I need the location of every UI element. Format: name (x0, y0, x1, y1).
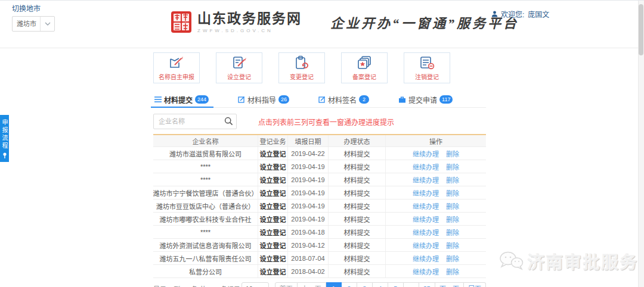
company-name[interactable]: 潍坊市滋滋贸易有限公司 (153, 147, 258, 160)
fill-date[interactable]: 2019-04-19 (288, 199, 329, 212)
delete-link[interactable]: 删除 (446, 254, 459, 263)
register-business[interactable]: 设立登记 (258, 199, 288, 212)
tab-submit-apply[interactable]: 提交申请 117 (397, 92, 455, 107)
search-icon[interactable] (224, 117, 233, 126)
delete-link[interactable]: 删除 (446, 267, 459, 276)
page-button-25[interactable]: 25 (419, 282, 435, 287)
continue-link[interactable]: 继续办理 (413, 175, 439, 185)
action-card-filing-register[interactable]: 备案登记 (341, 52, 388, 83)
last-page-button[interactable]: 尾页 (464, 282, 486, 287)
user-icon (491, 11, 498, 17)
fill-date[interactable]: 2019-04-19 (288, 186, 329, 199)
application-table: 企业名称 登记业务 填报日期 办理状态 操作 潍坊市滋滋贸易有限公司 设立登记 … (153, 134, 486, 278)
tab-bar: 材料提交 244 材料指导 26 材料签名 2 提交申请 117 (153, 92, 486, 108)
page-button-5[interactable]: 5 (388, 282, 404, 287)
fill-date[interactable]: 2019-04-19 (288, 173, 329, 186)
action-card-name-declare[interactable]: 名称自主申报 (153, 52, 200, 83)
register-business[interactable]: 设立登记 (258, 226, 288, 238)
continue-link[interactable]: 继续办理 (413, 149, 439, 158)
tab-material-sign[interactable]: 材料签名 2 (317, 92, 371, 107)
username[interactable]: 庞国文 (528, 9, 549, 19)
continue-link[interactable]: 继续办理 (413, 188, 439, 198)
continue-link[interactable]: 继续办理 (413, 254, 439, 263)
page-button-3[interactable]: 3 (357, 282, 373, 287)
page-size-select[interactable]: 10 ▼ (242, 282, 269, 287)
process-status: 材料提交 (329, 186, 386, 199)
briefcase-icon (398, 96, 406, 103)
action-card-change-register[interactable]: 变更登记 (278, 52, 325, 83)
prev-page-button[interactable]: 上一页 (298, 282, 326, 287)
company-name[interactable]: 潍坊外资测试信息咨询有限公司 (153, 239, 258, 251)
process-status: 材料提交 (329, 252, 386, 264)
delete-link[interactable]: 删除 (446, 201, 459, 211)
page-button-1[interactable]: 1 (326, 282, 342, 287)
company-name[interactable]: 潍坊五九一八私营有限责任公司 (153, 252, 258, 264)
process-status: 材料提交 (329, 265, 386, 277)
fill-date[interactable]: 2019-04-12 (288, 239, 329, 251)
fill-date[interactable]: 2018-04-02 (288, 265, 329, 277)
action-label: 名称自主申报 (159, 72, 194, 81)
fill-date[interactable]: 2019-04-18 (288, 226, 329, 238)
delete-link[interactable]: 删除 (446, 162, 459, 171)
delete-link[interactable]: 删除 (446, 227, 459, 237)
fill-date[interactable]: 2018-07-04 (288, 252, 329, 264)
tab-badge: 244 (195, 95, 209, 104)
company-name[interactable]: **** (153, 226, 258, 238)
register-business[interactable]: 设立登记 (258, 239, 288, 251)
register-business[interactable]: 设立登记 (258, 160, 288, 173)
fill-date[interactable]: 2019-04-19 (288, 213, 329, 225)
delete-link[interactable]: 删除 (446, 214, 459, 224)
company-name[interactable]: 潍坊市豆豆饭店中心（普通合伙） (153, 199, 258, 212)
register-business[interactable]: 设立登记 (258, 213, 288, 225)
fill-date[interactable]: 2019-04-19 (288, 160, 329, 173)
chevron-down-icon (40, 17, 54, 31)
page-button-4[interactable]: 4 (373, 282, 388, 287)
company-name[interactable]: 潍坊市嘟嘟农业科技专业合作社 (153, 213, 258, 225)
continue-link[interactable]: 继续办理 (413, 267, 439, 276)
filing-register-icon (357, 55, 372, 70)
action-card-cancel-register[interactable]: 注销登记 (404, 52, 450, 83)
action-card-setup-register[interactable]: 设立登记 (216, 52, 262, 83)
page-ellipsis: ... (404, 282, 419, 287)
scrollbar-thumb[interactable] (639, 4, 643, 55)
register-business[interactable]: 设立登记 (258, 186, 288, 199)
company-name[interactable]: 潍坊市宁宁餐饮管理店（普通合伙） (153, 186, 258, 199)
side-tab-label: 申报流程 (0, 119, 9, 150)
company-name[interactable]: **** (153, 173, 258, 186)
continue-link[interactable]: 继续办理 (413, 241, 439, 250)
seal-logo-icon (170, 9, 193, 35)
continue-link[interactable]: 继续办理 (413, 162, 439, 171)
company-name[interactable]: 私营分公司 (153, 265, 258, 277)
delete-link[interactable]: 删除 (446, 188, 459, 198)
register-business[interactable]: 设立登记 (258, 252, 288, 264)
pagination: 显示 1 到 10 条 共 244 条记录 10 ▼ 首页 上一页 1 2 3 … (153, 282, 486, 287)
side-tab-declare-process[interactable]: 申报流程 (0, 115, 9, 162)
watermark-text: 济南审批服务 (527, 248, 638, 273)
continue-link[interactable]: 继续办理 (413, 227, 439, 237)
table-row: 潍坊市宁宁餐饮管理店（普通合伙） 设立登记 2019-04-19 材料提交 继续… (153, 186, 486, 199)
fill-date[interactable]: 2019-04-22 (288, 147, 329, 160)
next-page-button[interactable]: 下一页 (435, 282, 464, 287)
tab-material-guide[interactable]: 材料指导 26 (237, 92, 292, 107)
register-business[interactable]: 设立登记 (258, 173, 288, 186)
page-button-2[interactable]: 2 (342, 282, 357, 287)
tab-label: 提交申请 (408, 95, 437, 105)
delete-link[interactable]: 删除 (446, 149, 459, 158)
tab-material-submit[interactable]: 材料提交 244 (153, 92, 211, 107)
cancel-register-icon (419, 55, 435, 70)
action-label: 变更登记 (290, 72, 314, 81)
scrollbar[interactable] (638, 1, 644, 287)
continue-link[interactable]: 继续办理 (413, 201, 439, 211)
continue-link[interactable]: 继续办理 (413, 214, 439, 224)
pin-icon (2, 152, 7, 158)
register-business[interactable]: 设立登记 (258, 265, 288, 277)
company-name[interactable]: **** (153, 160, 258, 173)
header-operation: 操作 (386, 135, 486, 146)
delete-link[interactable]: 删除 (446, 241, 459, 250)
table-row: 潍坊市滋滋贸易有限公司 设立登记 2019-04-22 材料提交 继续办理删除 (153, 147, 486, 160)
delete-link[interactable]: 删除 (446, 175, 459, 185)
city-select[interactable]: 潍坊市 (12, 16, 55, 32)
register-business[interactable]: 设立登记 (258, 147, 288, 160)
first-page-button[interactable]: 首页 (275, 282, 298, 287)
setup-register-icon (231, 55, 247, 70)
